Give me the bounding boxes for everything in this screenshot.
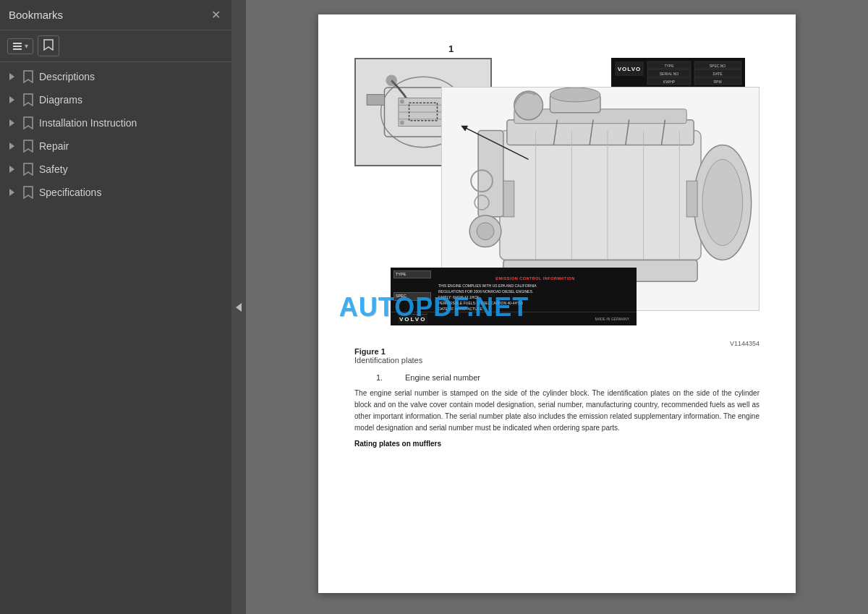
emission-header-text: EMISSION CONTROL INFORMATION bbox=[438, 276, 632, 281]
engine-image-area: 1 bbox=[354, 43, 760, 333]
toolbar: ▾ bbox=[0, 30, 231, 62]
chevron-right-icon bbox=[6, 187, 17, 198]
emission-cell-type: TYPE bbox=[393, 270, 431, 278]
item-list: 1. Engine serial number bbox=[376, 373, 760, 382]
sidebar-item-installation-instruction[interactable]: Installation Instruction bbox=[0, 111, 231, 135]
svg-rect-15 bbox=[367, 95, 384, 106]
pdf-page: 1 bbox=[246, 0, 868, 614]
svg-point-11 bbox=[400, 99, 404, 103]
svg-text:VOLVO: VOLVO bbox=[618, 66, 641, 72]
body-text: The engine serial number is stamped on t… bbox=[354, 388, 760, 434]
bookmark-button[interactable] bbox=[38, 35, 59, 56]
bookmark-ribbon-icon bbox=[22, 186, 35, 199]
svg-text:SERIAL NO: SERIAL NO bbox=[660, 72, 679, 76]
chevron-right-icon bbox=[6, 117, 17, 129]
sidebar-item-specifications[interactable]: Specifications bbox=[0, 181, 231, 204]
sidebar-title: Bookmarks bbox=[9, 9, 63, 21]
bookmark-ribbon-icon bbox=[22, 116, 35, 129]
sidebar-item-label: Installation Instruction bbox=[39, 117, 137, 129]
rating-plates-heading: Rating plates on mufflers bbox=[354, 440, 760, 448]
sidebar-item-label: Repair bbox=[39, 140, 69, 152]
svg-text:RPM: RPM bbox=[713, 80, 721, 84]
svg-point-46 bbox=[702, 159, 743, 245]
bookmark-ribbon-icon bbox=[22, 140, 35, 153]
expand-all-button[interactable]: ▾ bbox=[7, 38, 33, 54]
sidebar-item-descriptions[interactable]: Descriptions bbox=[0, 65, 231, 88]
list-icon bbox=[12, 41, 22, 51]
svg-text:TYPE: TYPE bbox=[664, 64, 674, 68]
svg-text:KW/HP: KW/HP bbox=[663, 80, 676, 84]
chevron-right-icon bbox=[6, 94, 17, 106]
bookmark-ribbon-icon bbox=[22, 93, 35, 106]
plate-code: V1144354 bbox=[730, 340, 760, 347]
sidebar-item-safety[interactable]: Safety bbox=[0, 158, 231, 181]
sidebar-item-label: Safety bbox=[39, 163, 68, 175]
volvo-logo-text: VOLVO bbox=[398, 314, 427, 324]
svg-text:SPEC.NO: SPEC.NO bbox=[710, 64, 726, 68]
bookmark-ribbon-icon bbox=[22, 70, 35, 83]
figure-label: Figure 1 bbox=[354, 347, 760, 356]
item-text: Engine serial number bbox=[405, 373, 480, 382]
item-row: 1. Engine serial number bbox=[376, 373, 760, 382]
sidebar-item-label: Specifications bbox=[39, 187, 101, 198]
svg-point-48 bbox=[550, 88, 600, 102]
svg-point-51 bbox=[514, 91, 543, 120]
bookmark-list: Descriptions Diagrams Installation Instr… bbox=[0, 62, 231, 614]
sidebar-item-label: Descriptions bbox=[39, 71, 95, 82]
svg-point-13 bbox=[400, 121, 404, 125]
svg-rect-55 bbox=[686, 181, 697, 217]
emission-cell-spec: SPEC bbox=[393, 292, 431, 300]
svg-rect-1 bbox=[13, 46, 22, 47]
svg-rect-2 bbox=[13, 48, 22, 50]
svg-rect-44 bbox=[478, 131, 503, 217]
close-icon[interactable]: ✕ bbox=[208, 8, 223, 22]
sidebar-header: Bookmarks ✕ bbox=[0, 0, 231, 30]
chevron-right-icon bbox=[6, 140, 17, 152]
bookmark-ribbon-icon bbox=[22, 163, 35, 176]
sidebar-collapse-button[interactable] bbox=[231, 0, 246, 614]
page-content: 1 bbox=[318, 14, 796, 593]
sidebar-item-diagrams[interactable]: Diagrams bbox=[0, 88, 231, 111]
volvo-bottom-bar: VOLVO MADE IN GERMANY bbox=[391, 312, 637, 325]
svg-rect-54 bbox=[503, 181, 514, 217]
chevron-right-icon bbox=[6, 71, 17, 82]
svg-rect-0 bbox=[13, 43, 22, 44]
sidebar-item-repair[interactable]: Repair bbox=[0, 135, 231, 158]
figure-caption: Figure 1 Identification plates bbox=[354, 347, 760, 364]
sidebar-item-label: Diagrams bbox=[39, 94, 82, 106]
svg-point-6 bbox=[386, 74, 397, 86]
svg-rect-35 bbox=[500, 131, 701, 260]
sidebar: Bookmarks ✕ ▾ Des bbox=[0, 0, 231, 614]
svg-text:DATE: DATE bbox=[713, 72, 723, 76]
bookmark-icon bbox=[43, 39, 54, 51]
item-number: 1. bbox=[376, 373, 391, 382]
chevron-right-icon bbox=[6, 163, 17, 175]
figure-number: 1 bbox=[448, 43, 454, 54]
figure-description: Identification plates bbox=[354, 356, 760, 364]
svg-point-50 bbox=[477, 223, 494, 240]
made-in-germany-text: MADE IN GERMANY bbox=[595, 317, 629, 321]
collapse-arrow-icon bbox=[236, 303, 242, 312]
